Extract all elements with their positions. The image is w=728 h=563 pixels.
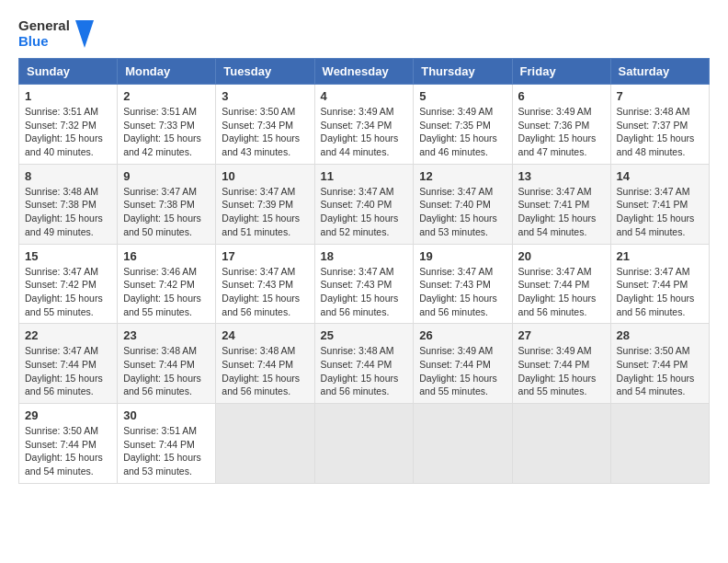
calendar-cell: 20 Sunrise: 3:47 AM Sunset: 7:44 PM Dayl… <box>512 244 610 324</box>
daylight-label: Daylight: 15 hours and 56 minutes. <box>123 373 201 397</box>
calendar-cell: 27 Sunrise: 3:49 AM Sunset: 7:44 PM Dayl… <box>512 324 610 404</box>
calendar-week-row: 1 Sunrise: 3:51 AM Sunset: 7:32 PM Dayli… <box>19 85 710 165</box>
sunrise-label: Sunrise: 3:50 AM <box>25 425 98 436</box>
cell-content: Sunrise: 3:48 AM Sunset: 7:37 PM Dayligh… <box>617 105 703 159</box>
cell-content: Sunrise: 3:48 AM Sunset: 7:44 PM Dayligh… <box>222 344 308 398</box>
cell-content: Sunrise: 3:47 AM Sunset: 7:38 PM Dayligh… <box>123 185 210 239</box>
day-number: 15 <box>25 249 111 263</box>
daylight-label: Daylight: 15 hours and 56 minutes. <box>25 373 103 397</box>
day-number: 11 <box>321 169 408 183</box>
calendar-cell: 11 Sunrise: 3:47 AM Sunset: 7:40 PM Dayl… <box>314 164 414 244</box>
daylight-label: Daylight: 15 hours and 40 minutes. <box>25 132 103 157</box>
calendar-cell: 22 Sunrise: 3:47 AM Sunset: 7:44 PM Dayl… <box>19 324 118 404</box>
sunrise-label: Sunrise: 3:47 AM <box>222 266 295 277</box>
cell-content: Sunrise: 3:47 AM Sunset: 7:44 PM Dayligh… <box>25 344 111 398</box>
sunrise-label: Sunrise: 3:48 AM <box>222 345 295 356</box>
daylight-label: Daylight: 15 hours and 52 minutes. <box>321 213 399 237</box>
sunrise-label: Sunrise: 3:47 AM <box>518 186 592 197</box>
calendar-cell: 29 Sunrise: 3:50 AM Sunset: 7:44 PM Dayl… <box>19 404 118 484</box>
daylight-label: Daylight: 15 hours and 47 minutes. <box>518 132 597 157</box>
logo-container: General Blue <box>18 18 70 49</box>
calendar-week-row: 8 Sunrise: 3:48 AM Sunset: 7:38 PM Dayli… <box>19 164 710 244</box>
calendar-cell <box>512 404 610 484</box>
daylight-label: Daylight: 15 hours and 56 minutes. <box>222 373 300 397</box>
day-number: 14 <box>617 169 703 183</box>
day-number: 6 <box>518 89 605 103</box>
sunrise-label: Sunrise: 3:51 AM <box>123 425 197 436</box>
day-number: 12 <box>419 169 506 183</box>
page-header: General Blue <box>18 18 710 49</box>
cell-content: Sunrise: 3:47 AM Sunset: 7:41 PM Dayligh… <box>518 185 605 239</box>
day-of-week-header: Sunday <box>19 59 118 85</box>
sunset-label: Sunset: 7:41 PM <box>518 199 590 210</box>
sunrise-label: Sunrise: 3:47 AM <box>222 186 295 197</box>
daylight-label: Daylight: 15 hours and 51 minutes. <box>222 213 300 237</box>
sunrise-label: Sunrise: 3:48 AM <box>123 345 197 356</box>
daylight-label: Daylight: 15 hours and 55 minutes. <box>518 373 597 397</box>
day-number: 17 <box>222 249 308 263</box>
day-of-week-header: Monday <box>118 59 216 85</box>
daylight-label: Daylight: 15 hours and 56 minutes. <box>321 293 399 317</box>
calendar-cell: 25 Sunrise: 3:48 AM Sunset: 7:44 PM Dayl… <box>314 324 414 404</box>
day-number: 21 <box>617 249 703 263</box>
day-number: 20 <box>518 249 605 263</box>
day-number: 29 <box>25 408 111 422</box>
calendar-cell: 26 Sunrise: 3:49 AM Sunset: 7:44 PM Dayl… <box>414 324 512 404</box>
day-number: 30 <box>123 408 210 422</box>
cell-content: Sunrise: 3:48 AM Sunset: 7:38 PM Dayligh… <box>25 185 111 239</box>
cell-content: Sunrise: 3:47 AM Sunset: 7:43 PM Dayligh… <box>321 265 408 319</box>
cell-content: Sunrise: 3:49 AM Sunset: 7:34 PM Dayligh… <box>321 105 408 159</box>
day-number: 7 <box>617 89 703 103</box>
sunrise-label: Sunrise: 3:47 AM <box>419 266 493 277</box>
sunrise-label: Sunrise: 3:49 AM <box>321 106 394 117</box>
sunset-label: Sunset: 7:38 PM <box>123 199 195 210</box>
sunset-label: Sunset: 7:40 PM <box>419 199 491 210</box>
day-number: 24 <box>222 328 308 342</box>
calendar-cell: 18 Sunrise: 3:47 AM Sunset: 7:43 PM Dayl… <box>314 244 414 324</box>
day-number: 9 <box>123 169 210 183</box>
sunset-label: Sunset: 7:41 PM <box>617 199 688 210</box>
cell-content: Sunrise: 3:51 AM Sunset: 7:44 PM Dayligh… <box>123 424 210 478</box>
day-number: 19 <box>419 249 506 263</box>
cell-content: Sunrise: 3:51 AM Sunset: 7:33 PM Dayligh… <box>123 105 210 159</box>
cell-content: Sunrise: 3:49 AM Sunset: 7:44 PM Dayligh… <box>419 344 506 398</box>
cell-content: Sunrise: 3:48 AM Sunset: 7:44 PM Dayligh… <box>123 344 210 398</box>
cell-content: Sunrise: 3:47 AM Sunset: 7:41 PM Dayligh… <box>617 185 703 239</box>
calendar-week-row: 29 Sunrise: 3:50 AM Sunset: 7:44 PM Dayl… <box>19 404 710 484</box>
sunset-label: Sunset: 7:44 PM <box>518 279 590 290</box>
daylight-label: Daylight: 15 hours and 42 minutes. <box>123 132 201 157</box>
cell-content: Sunrise: 3:47 AM Sunset: 7:40 PM Dayligh… <box>419 185 506 239</box>
sunset-label: Sunset: 7:44 PM <box>321 359 392 370</box>
daylight-label: Daylight: 15 hours and 53 minutes. <box>419 213 497 237</box>
daylight-label: Daylight: 15 hours and 53 minutes. <box>123 452 201 477</box>
calendar-cell: 23 Sunrise: 3:48 AM Sunset: 7:44 PM Dayl… <box>118 324 216 404</box>
day-number: 16 <box>123 249 210 263</box>
sunset-label: Sunset: 7:32 PM <box>25 120 97 131</box>
daylight-label: Daylight: 15 hours and 54 minutes. <box>617 213 695 237</box>
day-number: 28 <box>617 328 703 342</box>
logo-general: General <box>18 18 70 34</box>
day-number: 10 <box>222 169 308 183</box>
calendar-cell: 10 Sunrise: 3:47 AM Sunset: 7:39 PM Dayl… <box>216 164 314 244</box>
day-number: 1 <box>25 89 111 103</box>
cell-content: Sunrise: 3:50 AM Sunset: 7:44 PM Dayligh… <box>25 424 111 478</box>
sunrise-label: Sunrise: 3:48 AM <box>617 106 690 117</box>
calendar-cell: 9 Sunrise: 3:47 AM Sunset: 7:38 PM Dayli… <box>118 164 216 244</box>
cell-content: Sunrise: 3:47 AM Sunset: 7:39 PM Dayligh… <box>222 185 308 239</box>
cell-content: Sunrise: 3:49 AM Sunset: 7:35 PM Dayligh… <box>419 105 506 159</box>
logo-blue: Blue <box>18 34 70 50</box>
day-of-week-header: Thursday <box>414 59 512 85</box>
day-number: 23 <box>123 328 210 342</box>
day-number: 25 <box>321 328 408 342</box>
daylight-label: Daylight: 15 hours and 54 minutes. <box>518 213 597 237</box>
calendar-header-row: SundayMondayTuesdayWednesdayThursdayFrid… <box>19 59 710 85</box>
calendar-table: SundayMondayTuesdayWednesdayThursdayFrid… <box>18 58 710 484</box>
calendar-cell <box>610 404 709 484</box>
sunset-label: Sunset: 7:36 PM <box>518 120 590 131</box>
sunset-label: Sunset: 7:44 PM <box>222 359 293 370</box>
sunset-label: Sunset: 7:34 PM <box>222 120 293 131</box>
cell-content: Sunrise: 3:50 AM Sunset: 7:34 PM Dayligh… <box>222 105 308 159</box>
sunset-label: Sunset: 7:44 PM <box>25 359 97 370</box>
calendar-cell: 24 Sunrise: 3:48 AM Sunset: 7:44 PM Dayl… <box>216 324 314 404</box>
sunrise-label: Sunrise: 3:47 AM <box>123 186 197 197</box>
